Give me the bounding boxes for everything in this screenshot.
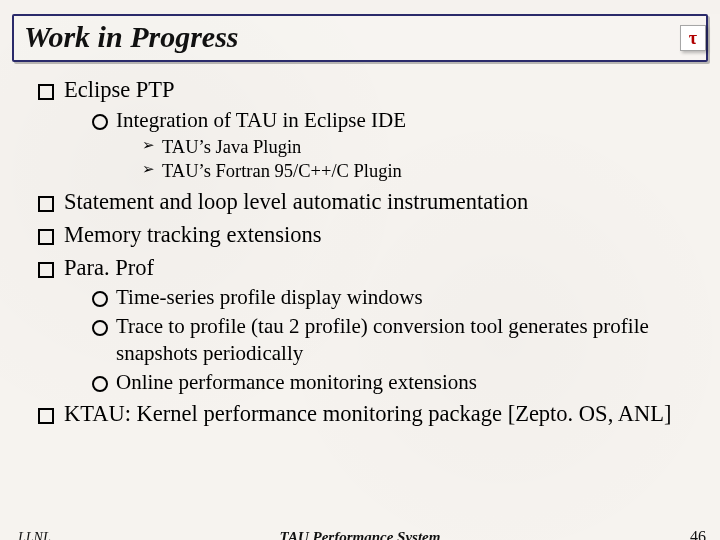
bullet-list-lvl2: Integration of TAU in Eclipse IDE TAU’s … bbox=[92, 107, 694, 184]
list-item: TAU’s Fortran 95/C++/C Plugin bbox=[142, 160, 694, 184]
bullet-text: TAU’s Java Plugin bbox=[162, 137, 301, 157]
slide-footer: LLNL TAU Performance System 46 bbox=[0, 528, 720, 540]
slide: Work in Progress τ Eclipse PTP Integrati… bbox=[0, 14, 720, 540]
list-item: Trace to profile (tau 2 profile) convers… bbox=[92, 313, 694, 367]
slide-number: 46 bbox=[690, 528, 706, 540]
title-bar: Work in Progress bbox=[12, 14, 708, 62]
list-item: Time-series profile display windows bbox=[92, 284, 694, 311]
list-item: Integration of TAU in Eclipse IDE TAU’s … bbox=[92, 107, 694, 184]
footer-center: TAU Performance System bbox=[280, 529, 441, 540]
slide-title: Work in Progress bbox=[24, 20, 696, 54]
bullet-text: KTAU: Kernel performance monitoring pack… bbox=[64, 401, 671, 426]
bullet-text: Para. Prof bbox=[64, 255, 154, 280]
bullet-list-lvl3: TAU’s Java Plugin TAU’s Fortran 95/C++/C… bbox=[142, 136, 694, 184]
bullet-text: Trace to profile (tau 2 profile) convers… bbox=[116, 314, 649, 365]
list-item: Para. Prof Time-series profile display w… bbox=[36, 254, 694, 396]
bullet-text: Eclipse PTP bbox=[64, 77, 175, 102]
slide-body: Eclipse PTP Integration of TAU in Eclips… bbox=[0, 62, 720, 429]
footer-left: LLNL bbox=[18, 530, 51, 540]
bullet-text: TAU’s Fortran 95/C++/C Plugin bbox=[162, 161, 402, 181]
bullet-text: Time-series profile display windows bbox=[116, 285, 423, 309]
tau-logo: τ bbox=[680, 25, 706, 51]
bullet-list-lvl2: Time-series profile display windows Trac… bbox=[92, 284, 694, 396]
bullet-text: Statement and loop level automatic instr… bbox=[64, 189, 528, 214]
list-item: KTAU: Kernel performance monitoring pack… bbox=[36, 400, 694, 429]
bullet-list-lvl1: Eclipse PTP Integration of TAU in Eclips… bbox=[36, 76, 694, 429]
bullet-text: Memory tracking extensions bbox=[64, 222, 321, 247]
tau-logo-glyph: τ bbox=[689, 29, 697, 47]
list-item: Online performance monitoring extensions bbox=[92, 369, 694, 396]
list-item: Eclipse PTP Integration of TAU in Eclips… bbox=[36, 76, 694, 184]
list-item: TAU’s Java Plugin bbox=[142, 136, 694, 160]
list-item: Memory tracking extensions bbox=[36, 221, 694, 250]
bullet-text: Integration of TAU in Eclipse IDE bbox=[116, 108, 406, 132]
list-item: Statement and loop level automatic instr… bbox=[36, 188, 694, 217]
bullet-text: Online performance monitoring extensions bbox=[116, 370, 477, 394]
